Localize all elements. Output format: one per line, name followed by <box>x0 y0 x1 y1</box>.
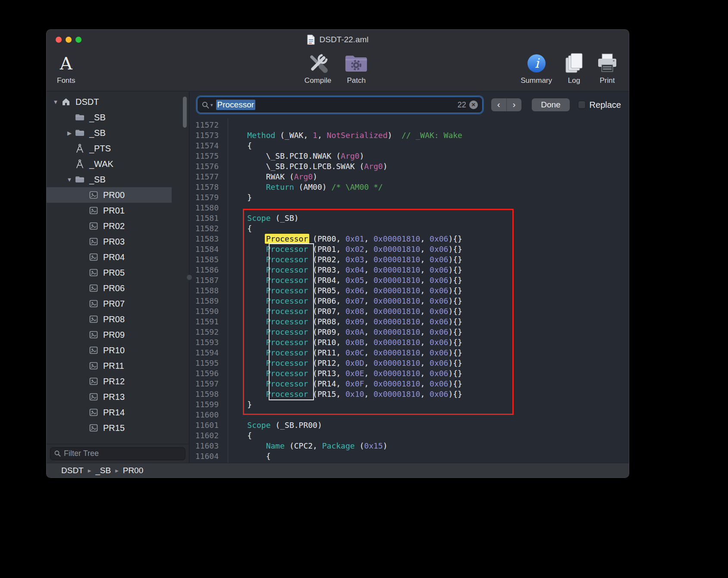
code-token <box>229 317 266 326</box>
filter-tree-input[interactable]: Filter Tree <box>50 447 185 460</box>
code-token: (PR00, <box>308 234 345 243</box>
find-match-current: Processor <box>265 234 310 244</box>
method-icon <box>74 159 85 169</box>
code-text: Processor (PR00, 0x01, 0x00001810, 0x06)… <box>223 234 462 244</box>
print-button[interactable]: Print <box>596 50 618 85</box>
sidebar-item-sb[interactable]: ▶_SB <box>47 125 189 141</box>
gutter-divider <box>228 118 228 463</box>
sidebar-item-pr05[interactable]: PR05 <box>47 265 189 280</box>
tree-item-label: PR14 <box>103 408 125 418</box>
sidebar-item-pr07[interactable]: PR07 <box>47 296 189 311</box>
replace-checkbox[interactable] <box>578 101 586 109</box>
code-line: 11591 Processor (PR08, 0x09, 0x00001810,… <box>189 317 629 327</box>
code-line: 11574 { <box>189 141 629 151</box>
code-token: 0x02 <box>345 245 364 254</box>
disclosure-down-icon[interactable]: ▼ <box>51 99 60 105</box>
code-token: 0x01 <box>345 234 364 243</box>
code-token: ){} <box>448 245 462 254</box>
summary-button[interactable]: i Summary <box>521 50 552 85</box>
code-token: (PR07, <box>308 307 345 316</box>
sidebar-item-dsdt[interactable]: ▼DSDT <box>47 94 189 110</box>
code-editor[interactable]: 1157211573 Method (_WAK, 1, NotSerialize… <box>189 118 629 463</box>
breadcrumb: DSDT▸_SB▸PR00 <box>47 463 629 477</box>
titlebar[interactable]: DSDT-22.aml <box>47 30 629 50</box>
sidebar-item-pr00[interactable]: PR00 <box>47 187 189 203</box>
disclosure-right-icon[interactable]: ▶ <box>65 130 74 136</box>
tree-item-label: _SB <box>89 175 106 185</box>
sidebar-item-pr10[interactable]: PR10 <box>47 342 189 358</box>
fonts-button[interactable]: A Fonts <box>57 50 75 85</box>
find-match: Processor <box>266 390 308 399</box>
breadcrumb-item[interactable]: _SB <box>95 466 111 475</box>
zoom-button[interactable] <box>75 37 82 43</box>
sidebar-item-pr01[interactable]: PR01 <box>47 203 189 218</box>
search-icon <box>54 450 61 457</box>
code-token: , <box>364 317 373 326</box>
disclosure-down-icon[interactable]: ▼ <box>65 176 74 183</box>
done-button[interactable]: Done <box>532 98 569 111</box>
patch-button[interactable]: Patch <box>344 50 368 85</box>
clear-search-icon[interactable]: ✕ <box>469 101 478 109</box>
line-number: 11591 <box>189 317 223 327</box>
code-token: 0x04 <box>345 265 364 274</box>
code-token: , <box>364 390 373 399</box>
next-match-button[interactable]: › <box>506 98 521 111</box>
sidebar-item-pr06[interactable]: PR06 <box>47 280 189 296</box>
patch-label: Patch <box>347 76 365 85</box>
tree-item-label: PR02 <box>103 221 125 231</box>
print-label: Print <box>600 76 615 85</box>
code-token: , <box>420 276 430 285</box>
replace-label: Replace <box>590 100 621 110</box>
code-token <box>229 296 266 305</box>
sidebar-item-pr08[interactable]: PR08 <box>47 311 189 327</box>
sidebar-scrollbar[interactable] <box>183 97 187 128</box>
code-token: 0x06 <box>430 358 448 368</box>
sidebar-item-sb[interactable]: ▼_SB <box>47 172 189 187</box>
sidebar-item-pr14[interactable]: PR14 <box>47 405 189 420</box>
log-button[interactable]: Log <box>564 50 584 85</box>
code-token <box>229 234 266 243</box>
compile-button[interactable]: Compile <box>304 50 331 85</box>
sidebar-item-pr13[interactable]: PR13 <box>47 389 189 405</box>
sidebar-item-pts[interactable]: _PTS <box>47 141 189 156</box>
code-token: 0x0A <box>345 327 364 336</box>
code-line: 11592 Processor (PR09, 0x0A, 0x00001810,… <box>189 327 629 337</box>
search-options-chevron-icon[interactable]: ▾ <box>210 102 213 108</box>
code-token: ) <box>383 162 388 171</box>
center-tools: Compile Patch <box>304 50 368 85</box>
minimize-button[interactable] <box>66 37 72 43</box>
tree-item-label: _SB <box>89 128 106 138</box>
line-number: 11580 <box>189 203 223 213</box>
sidebar-item-pr09[interactable]: PR09 <box>47 327 189 342</box>
sidebar-item-pr04[interactable]: PR04 <box>47 249 189 265</box>
print-icon <box>596 50 618 76</box>
sidebar-item-pr02[interactable]: PR02 <box>47 218 189 234</box>
code-token: , <box>420 379 430 388</box>
sidebar-item-pr15[interactable]: PR15 <box>47 420 189 436</box>
find-input[interactable]: ▾ Processor 22 ✕ <box>197 97 483 113</box>
sidebar-item-pr03[interactable]: PR03 <box>47 234 189 249</box>
code-token <box>229 348 266 357</box>
code-token: , <box>364 296 373 305</box>
code-token <box>229 307 266 316</box>
sidebar-item-pr11[interactable]: PR11 <box>47 358 189 374</box>
code-text: Processor (PR06, 0x07, 0x00001810, 0x06)… <box>223 296 462 306</box>
code-token: 0x00001810 <box>373 348 420 357</box>
code-token <box>229 369 266 378</box>
code-token: 0x00001810 <box>373 307 420 316</box>
processor-icon <box>88 269 99 276</box>
tree-item-label: PR13 <box>103 392 125 402</box>
breadcrumb-item[interactable]: PR00 <box>123 466 144 475</box>
previous-match-button[interactable]: ‹ <box>491 98 506 111</box>
sidebar-item-pr12[interactable]: PR12 <box>47 374 189 389</box>
code-token <box>229 276 266 285</box>
splitter-handle[interactable] <box>187 275 192 280</box>
code-token <box>229 286 266 295</box>
find-query-selected-text[interactable]: Processor <box>216 100 256 110</box>
sidebar-item-wak[interactable]: _WAK <box>47 156 189 172</box>
breadcrumb-item[interactable]: DSDT <box>61 466 84 475</box>
find-match: Processor <box>266 348 308 357</box>
close-button[interactable] <box>56 37 62 43</box>
line-number: 11602 <box>189 430 223 441</box>
sidebar-item-sb[interactable]: _SB <box>47 110 189 125</box>
